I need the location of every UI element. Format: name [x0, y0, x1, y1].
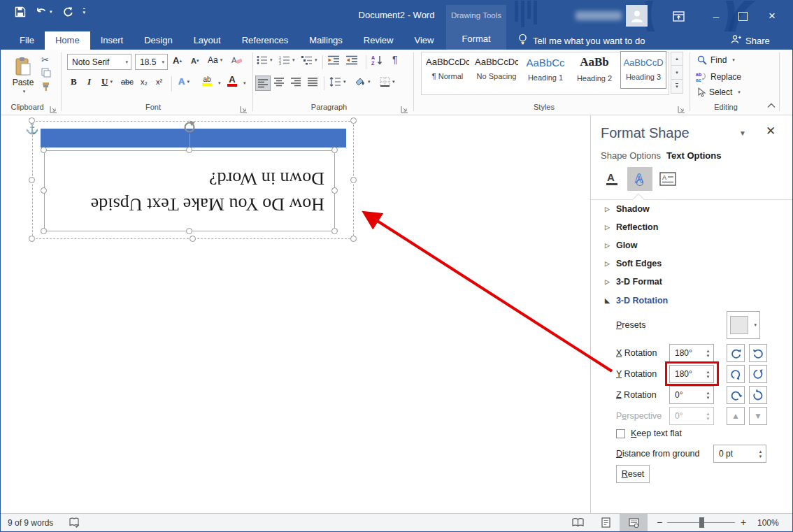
tab-format[interactable]: Format: [446, 34, 506, 44]
tab-design[interactable]: Design: [134, 31, 183, 50]
bullets-button[interactable]: ▾: [257, 55, 273, 65]
proofing-icon[interactable]: [69, 517, 80, 531]
style-heading1[interactable]: AaBbCc Heading 1: [524, 52, 567, 89]
tab-home[interactable]: Home: [45, 31, 90, 50]
x-rotate-left-button[interactable]: [727, 344, 745, 362]
section-glow[interactable]: ▷Glow: [605, 240, 637, 250]
tab-file[interactable]: File: [9, 31, 45, 50]
grow-font-button[interactable]: A▴: [173, 55, 182, 66]
y-rotate-down-button[interactable]: [727, 365, 745, 383]
ribbon-display-options-icon[interactable]: [665, 1, 692, 31]
tab-text-options[interactable]: Text Options: [666, 150, 721, 161]
textbox-handle[interactable]: [41, 228, 47, 234]
change-case-button[interactable]: Aa▾: [208, 55, 222, 65]
line-spacing-button[interactable]: ▾: [329, 77, 346, 87]
maximize-button[interactable]: [729, 1, 756, 31]
panel-close-icon[interactable]: ✕: [766, 124, 776, 138]
zoom-slider-thumb[interactable]: [699, 517, 704, 528]
tab-view[interactable]: View: [403, 31, 444, 50]
align-center-button[interactable]: [274, 78, 285, 87]
user-avatar[interactable]: [626, 5, 648, 27]
selection-handle[interactable]: [29, 117, 35, 124]
textbox-handle[interactable]: [186, 147, 192, 153]
font-name-combobox[interactable]: Noto Serif▾: [67, 54, 131, 70]
style-normal[interactable]: AaBbCcDc ¶ Normal: [426, 52, 469, 89]
z-rotate-cw-button[interactable]: [749, 386, 767, 404]
font-color-button[interactable]: A: [227, 75, 237, 87]
section-shadow[interactable]: ▷Shadow: [605, 204, 650, 214]
numbering-button[interactable]: 123▾: [279, 55, 295, 65]
upside-down-textbox[interactable]: How Do You Make Text Upside Down in Word…: [44, 150, 335, 231]
text-effects-icon[interactable]: A: [627, 167, 652, 191]
keep-text-flat-checkbox[interactable]: [616, 429, 625, 438]
styles-dialog-launcher-icon[interactable]: [678, 103, 686, 112]
highlight-caret[interactable]: ▾: [216, 80, 221, 86]
zoom-out-button[interactable]: −: [657, 517, 662, 528]
tab-review[interactable]: Review: [353, 31, 404, 50]
style-heading2[interactable]: AaBb Heading 2: [573, 52, 616, 89]
section-reflection[interactable]: ▷Reflection: [605, 222, 658, 232]
styles-scroll-up-icon[interactable]: ▴: [671, 52, 683, 66]
replace-button[interactable]: abac Replace: [696, 71, 741, 82]
italic-button[interactable]: I: [87, 76, 91, 87]
decrease-indent-button[interactable]: [328, 55, 340, 65]
justify-button[interactable]: [308, 78, 318, 87]
text-fill-outline-icon[interactable]: A: [599, 167, 624, 191]
customize-qat-icon[interactable]: ▾: [83, 8, 86, 15]
section-3d-format[interactable]: ▷3-D Format: [605, 277, 662, 287]
section-soft-edges[interactable]: ▷Soft Edges: [605, 259, 662, 268]
y-rotate-up-button[interactable]: [749, 365, 767, 383]
presets-dropdown[interactable]: ▾: [727, 311, 760, 339]
rotation-handle-icon[interactable]: [182, 120, 197, 138]
zoom-in-button[interactable]: +: [741, 517, 746, 528]
align-right-button[interactable]: [291, 78, 301, 87]
shrink-font-button[interactable]: A▾: [191, 57, 199, 65]
read-mode-button[interactable]: [564, 514, 592, 531]
select-button[interactable]: Select▾: [697, 87, 741, 97]
text-effects-button[interactable]: A▾: [178, 76, 190, 87]
reset-button[interactable]: Reset: [616, 465, 650, 483]
copy-icon[interactable]: [41, 68, 51, 78]
font-size-combobox[interactable]: 18.5▾: [135, 54, 168, 70]
increase-indent-button[interactable]: [346, 55, 358, 65]
tab-layout[interactable]: Layout: [183, 31, 231, 50]
x-rotation-input[interactable]: 180° ▲▼: [669, 344, 714, 362]
document-canvas[interactable]: ⚓ How Do You Make Text Upside Down in Wo…: [1, 115, 590, 513]
subscript-button[interactable]: x₂: [141, 78, 148, 86]
strikethrough-button[interactable]: abc: [121, 78, 134, 86]
selection-handle[interactable]: [190, 236, 196, 242]
print-layout-button[interactable]: [592, 514, 620, 531]
tab-insert[interactable]: Insert: [90, 31, 134, 50]
textbox-handle[interactable]: [331, 147, 338, 153]
tab-references[interactable]: References: [231, 31, 299, 50]
font-color-caret[interactable]: ▾: [241, 80, 246, 86]
clipboard-dialog-launcher-icon[interactable]: [50, 103, 58, 112]
web-layout-button[interactable]: [620, 514, 648, 531]
find-button[interactable]: Find▾: [697, 55, 735, 65]
z-rotate-ccw-button[interactable]: [727, 386, 745, 404]
underline-button[interactable]: U▾: [101, 76, 113, 87]
textbox-handle[interactable]: [41, 147, 47, 153]
superscript-button[interactable]: x²: [156, 78, 162, 86]
zoom-level[interactable]: 100%: [757, 518, 779, 528]
bold-button[interactable]: B: [71, 76, 77, 87]
textbox-handle[interactable]: [186, 228, 192, 234]
spinner-arrows[interactable]: ▲▼: [703, 349, 713, 358]
textbox-handle[interactable]: [331, 187, 338, 194]
tab-shape-options[interactable]: Shape Options: [601, 150, 661, 161]
align-left-button[interactable]: [255, 76, 271, 91]
style-heading3-selected[interactable]: AaBbCcD Heading 3: [620, 51, 666, 89]
save-icon[interactable]: [15, 6, 26, 17]
clear-formatting-icon[interactable]: A: [231, 55, 242, 65]
share-button[interactable]: Share: [731, 31, 770, 50]
tell-me-box[interactable]: Tell me what you want to do: [518, 31, 645, 50]
selection-handle[interactable]: [350, 117, 357, 124]
format-painter-icon[interactable]: [41, 82, 51, 92]
selection-handle[interactable]: [29, 236, 35, 242]
word-count[interactable]: 9 of 9 words: [8, 518, 53, 528]
paste-button[interactable]: Paste ▾: [8, 52, 38, 99]
selection-handle[interactable]: [350, 236, 357, 242]
minimize-button[interactable]: –: [703, 1, 729, 31]
style-no-spacing[interactable]: AaBbCcDc No Spacing: [475, 52, 518, 89]
textbox-layout-icon[interactable]: A: [655, 167, 680, 191]
